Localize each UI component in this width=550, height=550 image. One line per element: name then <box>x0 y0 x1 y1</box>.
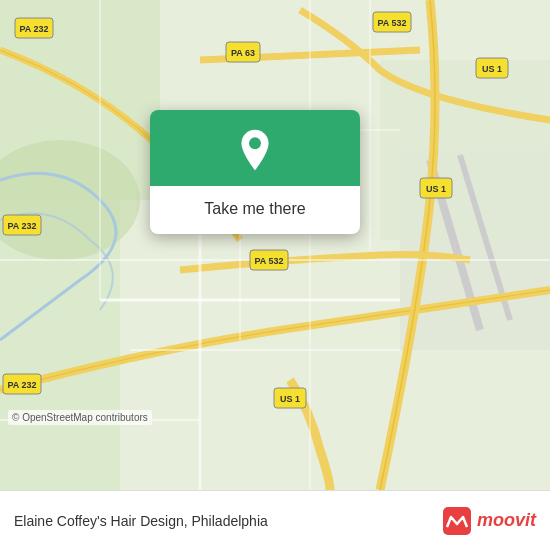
svg-rect-37 <box>443 507 471 535</box>
svg-text:PA 232: PA 232 <box>7 221 36 231</box>
moovit-brand-name: moovit <box>477 510 536 531</box>
svg-point-36 <box>249 137 261 149</box>
popup-action-area: Take me there <box>150 186 360 234</box>
svg-text:US 1: US 1 <box>426 184 446 194</box>
map-container: PA 232 PA 63 PA 532 US 1 PA 232 US 1 PA … <box>0 0 550 490</box>
svg-text:PA 232: PA 232 <box>19 24 48 34</box>
moovit-icon <box>443 507 471 535</box>
popup-header <box>150 110 360 186</box>
svg-text:PA 63: PA 63 <box>231 48 255 58</box>
location-label: Elaine Coffey's Hair Design, Philadelphi… <box>14 513 268 529</box>
svg-text:PA 532: PA 532 <box>254 256 283 266</box>
take-me-there-button[interactable]: Take me there <box>196 196 313 222</box>
map-copyright: © OpenStreetMap contributors <box>8 410 152 425</box>
location-pin-icon <box>233 128 277 172</box>
moovit-logo: moovit <box>443 507 536 535</box>
svg-text:PA 532: PA 532 <box>377 18 406 28</box>
bottom-info-bar: Elaine Coffey's Hair Design, Philadelphi… <box>0 490 550 550</box>
location-popup: Take me there <box>150 110 360 234</box>
svg-text:US 1: US 1 <box>482 64 502 74</box>
svg-text:PA 232: PA 232 <box>7 380 36 390</box>
svg-text:US 1: US 1 <box>280 394 300 404</box>
